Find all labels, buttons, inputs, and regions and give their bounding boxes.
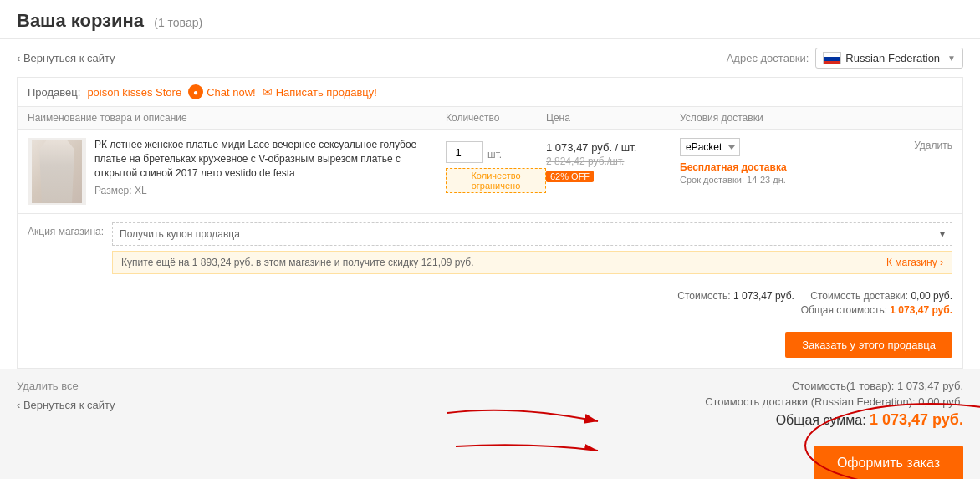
seller-name-link[interactable]: poison kisses Store — [87, 86, 181, 99]
order-btn-row: Заказать у этого продавца — [18, 325, 962, 368]
col-header-product: Наименование товара и описание — [28, 112, 446, 124]
page-title: Ваша корзина (1 товар) — [17, 10, 202, 31]
summary-cost-value: 1 073,47 руб. — [897, 380, 963, 392]
table-header: Наименование товара и описание Количеств… — [18, 107, 962, 130]
order-summary-box: Стоимость(1 товар): 1 073,47 руб. Стоимо… — [623, 380, 963, 479]
grand-total-label: Общая сумма: — [776, 413, 866, 427]
summary-grand-total-row: Общая сумма: 1 073,47 руб. — [623, 411, 963, 429]
order-from-seller-button[interactable]: Заказать у этого продавца — [785, 332, 952, 358]
page-wrapper: Ваша корзина (1 товар) Вернуться к сайту… — [0, 0, 980, 479]
col-header-shipping: Условия доставки — [680, 112, 952, 124]
quantity-unit: шт. — [487, 145, 502, 161]
chevron-down-icon: ▼ — [947, 54, 956, 63]
page-header: Ваша корзина (1 товар) — [0, 0, 980, 39]
product-row: РК летнее женское платье миди Lace вечер… — [18, 130, 962, 214]
price-cell: 1 073,47 руб. / шт. 2 824,42 руб./шт. 62… — [546, 138, 680, 182]
product-image-inner — [32, 140, 82, 203]
product-details: РК летнее женское платье миди Lace вечер… — [94, 138, 446, 205]
shipping-cost-value: 0,00 руб. — [911, 290, 952, 302]
bottom-nav: Удалить все Вернуться к сайту — [17, 380, 963, 479]
seller-label: Продавец: — [28, 86, 80, 99]
delivery-time-text: Срок доставки: 14-23 дн. — [680, 175, 787, 185]
russian-flag-icon — [823, 52, 841, 64]
seller-cost-row: Стоимость: 1 073,47 руб. Стоимость доста… — [28, 290, 952, 302]
summary-shipping-value: 0,00 руб. — [918, 395, 963, 408]
seller-grand-label: Общая стоимость: — [801, 304, 887, 316]
bottom-section: Удалить все Вернуться к сайту — [0, 369, 980, 479]
cost-value: 1 073,47 руб. — [733, 290, 794, 302]
write-seller-button[interactable]: ✉ Написать продавцу! — [263, 85, 377, 99]
product-image — [28, 138, 86, 205]
title-text: Ваша корзина — [17, 10, 144, 31]
seller-section: Продавец: poison kisses Store ● Chat now… — [17, 77, 963, 369]
back-to-site-link[interactable]: Вернуться к сайту — [17, 52, 115, 64]
quantity-cell: шт. Количество ограничено — [446, 138, 546, 193]
back-to-site-bottom-link[interactable]: Вернуться к сайту — [17, 399, 115, 411]
free-shipping-label: Бесплатная доставка — [680, 161, 787, 173]
shipping-cost-label: Стоимость доставки: — [810, 290, 908, 302]
dress-shape-visual — [32, 140, 82, 203]
coupon-dropdown-arrow-icon: ▾ — [940, 228, 945, 240]
delivery-address-section: Адрес доставки: Russian Federation ▼ — [727, 48, 963, 69]
quantity-limited-badge: Количество ограничено — [446, 168, 546, 193]
nav-row: Вернуться к сайту Адрес доставки: Russia… — [0, 39, 980, 77]
seller-totals-section: Стоимость: 1 073,47 руб. Стоимость доста… — [18, 283, 962, 325]
to-store-link[interactable]: К магазину › — [886, 257, 943, 268]
delivery-label: Адрес доставки: — [727, 52, 809, 64]
store-promo-section: Акция магазина: Получить купон продавца … — [18, 214, 962, 283]
coupon-dropdown[interactable]: Получить купон продавца ▾ — [112, 222, 952, 246]
chevron-right-icon: › — [940, 257, 943, 268]
country-select[interactable]: Russian Federation ▼ — [815, 48, 963, 69]
chat-now-button[interactable]: ● Chat now! — [188, 84, 256, 99]
delete-all-button[interactable]: Удалить все — [17, 380, 115, 392]
item-count: (1 товар) — [154, 16, 202, 29]
promo-notice-text: Купите ещё на 1 893,24 руб. в этом магаз… — [121, 257, 473, 268]
shipping-method-select[interactable]: ePacket — [680, 138, 740, 156]
checkout-button[interactable]: Оформить заказ — [814, 446, 963, 479]
seller-header: Продавец: poison kisses Store ● Chat now… — [18, 78, 962, 107]
summary-cost-row: Стоимость(1 товар): 1 073,47 руб. — [623, 380, 963, 392]
chat-label: Chat now! — [207, 86, 256, 99]
grand-total-value: 1 073,47 руб. — [870, 411, 963, 428]
chat-icon: ● — [188, 84, 203, 99]
current-price: 1 073,47 руб. / шт. — [546, 141, 680, 154]
size-value: XL — [135, 185, 147, 196]
promo-notice-bar: Купите ещё на 1 893,24 руб. в этом магаз… — [112, 251, 952, 274]
size-label: Размер: — [94, 185, 132, 196]
country-name-text: Russian Federation — [845, 52, 940, 64]
coupon-label: Получить купон продавца — [120, 228, 240, 240]
col-header-price: Цена — [546, 112, 680, 124]
seller-grand-value: 1 073,47 руб. — [890, 304, 952, 316]
cost-label: Стоимость: — [677, 290, 730, 302]
discount-badge: 62% OFF — [546, 171, 594, 182]
summary-cost-label: Стоимость(1 товар): — [792, 380, 894, 392]
store-link-text: К магазину — [886, 257, 937, 268]
seller-grand-total-row: Общая стоимость: 1 073,47 руб. — [28, 304, 952, 316]
original-price: 2 824,42 руб./шт. — [546, 155, 680, 167]
product-size: Размер: XL — [94, 185, 446, 196]
product-info-cell: РК летнее женское платье миди Lace вечер… — [28, 138, 446, 205]
summary-shipping-label: Стоимость доставки (Russian Federation): — [705, 395, 916, 408]
delete-item-button[interactable]: Удалить — [914, 140, 952, 151]
summary-shipping-row: Стоимость доставки (Russian Federation):… — [623, 395, 963, 408]
mail-icon: ✉ — [263, 85, 273, 99]
shipping-cell: ePacket Бесплатная доставка Срок доставк… — [680, 138, 952, 185]
quantity-input[interactable] — [446, 141, 483, 163]
product-name-text: РК летнее женское платье миди Lace вечер… — [94, 138, 446, 180]
arrow-annotation — [431, 396, 615, 463]
col-header-quantity: Количество — [446, 112, 546, 124]
write-label: Написать продавцу! — [276, 86, 377, 99]
bottom-left: Удалить все Вернуться к сайту — [17, 380, 115, 411]
promo-label: Акция магазина: — [28, 222, 104, 237]
